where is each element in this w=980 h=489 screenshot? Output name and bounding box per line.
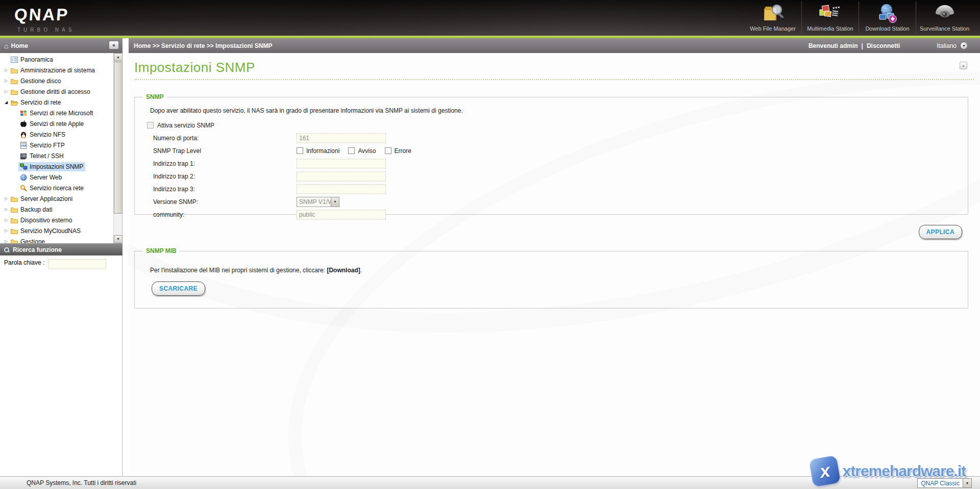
main-content: Impostazioni SNMP ▲ SNMP Dopo aver abili… [129, 53, 980, 476]
app-web-file-manager[interactable]: Web File Manager [744, 1, 801, 34]
expand-arrow-icon[interactable]: ▷ [3, 68, 9, 72]
sidebar-item-server-applicazioni[interactable]: ▷Server Applicazioni [0, 193, 113, 204]
expand-arrow-icon[interactable]: ▷ [3, 196, 9, 201]
theme-select[interactable]: QNAP Classic ▼ [917, 478, 972, 488]
sidebar-item-telnet-ssh[interactable]: Telnet / SSH [0, 150, 113, 161]
sidebar-item-gestione-disco[interactable]: ▷Gestione disco [0, 75, 113, 86]
sidebar-item-label: Dispositivo esterno [20, 217, 72, 224]
download-button[interactable]: SCARICARE [152, 281, 205, 296]
port-input[interactable] [297, 133, 386, 143]
tree-row-body: Telnet / SSH [18, 151, 66, 161]
download-row: SCARICARE [152, 281, 968, 296]
app-multimedia-station[interactable]: Multimedia Station [801, 1, 859, 34]
community-input[interactable] [297, 210, 386, 219]
trap3-input[interactable] [297, 184, 386, 194]
sidebar-header: ⌂ Home « [0, 38, 122, 53]
body-wrap: Panoramica▷Amministrazione di sistema▷Ge… [0, 53, 980, 476]
sidebar-item-panoramica[interactable]: Panoramica [0, 54, 113, 65]
logout-link[interactable]: Disconnetti [867, 42, 900, 49]
tree-row-body: Amministrazione di sistema [9, 66, 97, 75]
tree-row-body: Backup dati [9, 205, 55, 214]
app-download-station[interactable]: Download Station [859, 1, 916, 34]
collapse-sidebar-button[interactable]: « [109, 41, 119, 49]
sidebar-item-backup-dati[interactable]: ▷Backup dati [0, 204, 113, 215]
sidebar-item-impostazioni-snmp[interactable]: Impostazioni SNMP [0, 161, 113, 172]
trap-option-errore: Errore [385, 147, 411, 155]
sidebar-item-dispositivo-esterno[interactable]: ▷Dispositivo esterno [0, 215, 113, 225]
scrollbar-thumb[interactable] [114, 62, 122, 214]
theme-select-value: QNAP Classic [918, 479, 963, 487]
sidebar-item-label: Gestione disco [20, 78, 61, 85]
collapse-arrow-icon[interactable]: ◢ [3, 100, 9, 105]
expand-arrow-icon[interactable]: ▷ [3, 228, 9, 233]
sidebar-item-servizio-nfs[interactable]: Servizio NFS [0, 129, 113, 140]
trap-level-label: SNMP Trap Level [153, 147, 201, 155]
ftp-icon: FTP [19, 141, 28, 149]
sidebar-item-server-web[interactable]: Server Web [0, 172, 113, 183]
trap-option-informazioni: Informazioni [297, 147, 339, 155]
sidebar-scrollbar[interactable]: ▲ ▼ [113, 53, 122, 243]
panel-toggle-icon[interactable]: ▲ [960, 62, 967, 69]
language-dropdown-icon[interactable]: ▼ [960, 42, 968, 49]
sidebar-item-amministrazione-di-sistema[interactable]: ▷Amministrazione di sistema [0, 65, 113, 75]
sidebar-item-servizio-ricerca-rete[interactable]: Servizio ricerca rete [0, 183, 113, 193]
snmp-icon [19, 163, 28, 171]
sidebar-item-servizio-di-rete[interactable]: ◢Servizio di rete [0, 97, 113, 108]
expand-arrow-icon[interactable]: ▷ [3, 239, 9, 243]
footer: QNAP Systems, Inc. Tutti i diritti riser… [0, 476, 980, 489]
app-surveillance-station[interactable]: Surveillance Station [916, 1, 973, 34]
expand-arrow-icon[interactable]: ▷ [3, 218, 9, 222]
qnap-logo-text: QNAP [14, 5, 76, 24]
copyright-text: QNAP Systems, Inc. Tutti i diritti riser… [27, 479, 136, 486]
scroll-up-icon[interactable]: ▲ [114, 53, 122, 61]
tree-row-body: Dispositivo esterno [9, 216, 74, 225]
sidebar-item-label: Servizio NFS [30, 131, 65, 138]
tree-row-body: FTPServizio FTP [18, 141, 67, 150]
mib-instruction: Per l'installazione del MIB nei propri s… [150, 267, 968, 274]
breadcrumb: Home >> Servizio di rete >> Impostazioni… [134, 42, 272, 49]
snmp-mib-fieldset: SNMP MIB Per l'installazione del MIB nei… [134, 247, 968, 308]
mib-text-after: . [360, 267, 362, 274]
sidebar-item-label: Servizi di rete Microsoft [30, 110, 93, 117]
apply-button[interactable]: APPLICA [919, 225, 962, 239]
sidebar-item-label: Gestione [20, 238, 45, 244]
sidebar-item-gestione[interactable]: ▷Gestione [0, 236, 113, 243]
tree-row-body: Servizio NFS [18, 130, 67, 139]
snmp-version-select[interactable]: SNMP V1/V2 ▼ [297, 197, 339, 207]
sidebar-item-label: Impostazioni SNMP [30, 163, 83, 170]
sidebar-item-servizio-mycloudnas[interactable]: ▷Servizio MyCloudNAS [0, 225, 113, 236]
trap1-input[interactable] [297, 159, 386, 168]
language-selector[interactable]: Italiano ▼ [937, 42, 968, 49]
svg-text:FTP: FTP [21, 144, 27, 147]
scroll-down-icon[interactable]: ▼ [114, 235, 122, 243]
sidebar-item-label: Server Applicazioni [20, 195, 72, 202]
keyword-label: Parola chiave : [4, 259, 44, 266]
version-label: Versione SNMP: [153, 198, 198, 205]
expand-arrow-icon[interactable]: ▷ [3, 89, 9, 94]
multimedia-station-icon [819, 1, 842, 24]
trap-errore-checkbox[interactable] [385, 147, 391, 154]
enable-snmp-checkbox[interactable] [147, 122, 154, 128]
sidebar-item-servizi-di-rete-apple[interactable]: Servizi di rete Apple [0, 118, 113, 129]
sidebar-item-servizi-di-rete-microsoft[interactable]: Servizi di rete Microsoft [0, 108, 113, 118]
sidebar-item-gestione-diritti-di-accesso[interactable]: ▷Gestione diritti di accesso [0, 86, 113, 97]
breadcrumb-main: Home >> Servizio di rete >> Impostazioni… [129, 38, 980, 53]
sidebar-item-label: Panoramica [20, 56, 53, 63]
trap2-label: Indirizzo trap 2: [153, 173, 195, 180]
sidebar-item-label: Servizio di rete [20, 99, 61, 106]
expand-arrow-icon[interactable]: ▷ [3, 79, 9, 83]
tux-icon [19, 131, 28, 139]
keyword-input[interactable] [48, 259, 106, 269]
title-divider [134, 79, 974, 80]
sidebar-item-servizio-ftp[interactable]: FTPServizio FTP [0, 140, 113, 150]
snmp-fieldset: SNMP Dopo aver abilitato questo servizio… [134, 93, 968, 215]
enable-snmp-row: Attiva servizio SNMP [135, 119, 968, 132]
snmp-version-value: SNMP V1/V2 [297, 197, 331, 207]
search-orange-icon [19, 184, 28, 192]
trap2-input[interactable] [297, 171, 386, 181]
trap-avviso-checkbox[interactable] [348, 147, 355, 154]
tree-row-body: Server Applicazioni [9, 194, 75, 203]
mib-download-word: [Download] [327, 267, 360, 274]
expand-arrow-icon[interactable]: ▷ [3, 207, 9, 212]
trap-informazioni-checkbox[interactable] [297, 147, 303, 154]
